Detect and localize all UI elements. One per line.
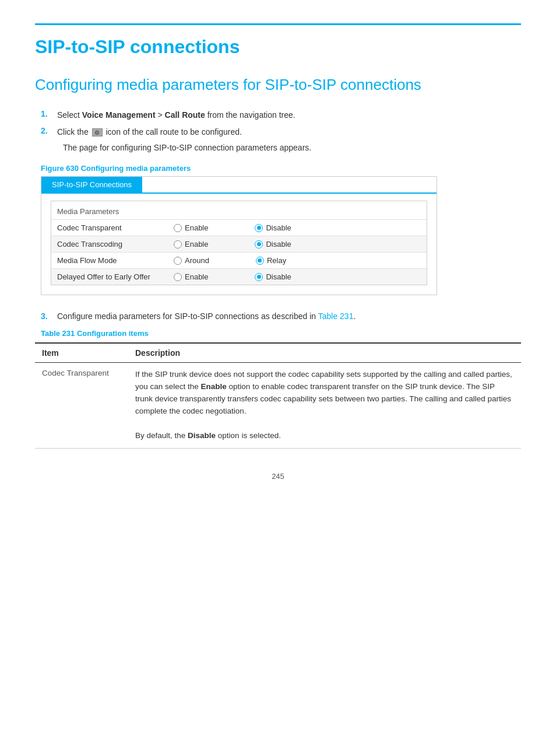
step-3-number: 3. <box>41 312 57 321</box>
page-number: 245 <box>35 472 521 481</box>
config-table: Item Description Codec Transparent If th… <box>35 342 521 449</box>
param-name-media-flow: Media Flow Mode <box>57 256 174 265</box>
step-1-text: Select Voice Management > Call Route fro… <box>57 109 295 121</box>
step-1-number: 1. <box>41 109 57 118</box>
radio-around-circle[interactable] <box>174 257 182 265</box>
codec-transcoding-disable[interactable]: Disable <box>255 240 291 249</box>
param-name-codec-transcoding: Codec Transcoding <box>57 240 174 249</box>
sip-connections-tab[interactable]: SIP-to-SIP Connections <box>41 177 142 192</box>
param-row-codec-transparent: Codec Transparent Enable Disable <box>51 219 427 236</box>
radio-delayed-disable-circle[interactable] <box>255 273 263 281</box>
disable-bold: Disable <box>188 431 216 440</box>
media-params-label: Media Parameters <box>51 207 427 219</box>
figure-caption: Figure 630 Configuring media parameters <box>35 164 521 173</box>
param-name-delayed-offer: Delayed Offer to Early Offer <box>57 272 174 281</box>
table-header-row: Item Description <box>35 343 521 363</box>
section-title: Configuring media parameters for SIP-to-… <box>35 75 521 95</box>
row-item-codec-transparent: Codec Transparent <box>35 363 128 449</box>
table-caption: Table 231 Configuration items <box>35 329 521 338</box>
codec-transparent-disable-label: Disable <box>266 223 291 232</box>
codec-transcoding-disable-label: Disable <box>266 240 291 249</box>
main-title: SIP-to-SIP connections <box>35 36 521 58</box>
step-2-text: Click the ⚙ icon of the call route to be… <box>57 126 242 138</box>
top-border <box>35 23 521 25</box>
step-3: 3. Configure media parameters for SIP-to… <box>35 312 521 321</box>
step-1: 1. Select Voice Management > Call Route … <box>41 109 521 121</box>
config-content: Media Parameters Codec Transparent Enabl… <box>41 192 437 295</box>
step-2: 2. Click the ⚙ icon of the call route to… <box>41 126 521 138</box>
media-flow-relay-label: Relay <box>267 256 286 265</box>
media-flow-around[interactable]: Around <box>174 256 209 265</box>
delayed-offer-disable-label: Disable <box>266 272 291 281</box>
media-flow-relay[interactable]: Relay <box>256 256 286 265</box>
param-options-codec-transcoding: Enable Disable <box>174 240 291 249</box>
config-icon: ⚙ <box>92 128 103 136</box>
table-row: Codec Transparent If the SIP trunk devic… <box>35 363 521 449</box>
delayed-offer-enable[interactable]: Enable <box>174 272 208 281</box>
step-3-text: Configure media parameters for SIP-to-SI… <box>57 312 356 321</box>
radio-relay-circle[interactable] <box>256 257 264 265</box>
figure-config-box: SIP-to-SIP Connections Media Parameters … <box>41 176 437 295</box>
codec-transparent-disable[interactable]: Disable <box>255 223 291 232</box>
step-2-number: 2. <box>41 126 57 135</box>
radio-delayed-enable-circle[interactable] <box>174 273 182 281</box>
radio-enable-circle[interactable] <box>174 224 182 232</box>
codec-transparent-enable[interactable]: Enable <box>174 223 208 232</box>
media-params-section: Media Parameters Codec Transparent Enabl… <box>51 201 427 285</box>
param-name-codec-transparent: Codec Transparent <box>57 223 174 232</box>
row-desc-codec-transparent: If the SIP trunk device does not support… <box>128 363 521 449</box>
col-header-item: Item <box>35 343 128 363</box>
delayed-offer-disable[interactable]: Disable <box>255 272 291 281</box>
param-options-media-flow: Around Relay <box>174 256 286 265</box>
param-row-delayed-offer: Delayed Offer to Early Offer Enable Disa… <box>51 268 427 285</box>
step-2-sub: The page for configuring SIP-to-SIP conn… <box>41 143 521 152</box>
media-flow-around-label: Around <box>185 256 209 265</box>
radio-transcoding-enable-circle[interactable] <box>174 240 182 249</box>
codec-transparent-enable-label: Enable <box>185 223 208 232</box>
delayed-offer-enable-label: Enable <box>185 272 208 281</box>
codec-transcoding-enable-label: Enable <box>185 240 208 249</box>
codec-transcoding-enable[interactable]: Enable <box>174 240 208 249</box>
param-options-delayed-offer: Enable Disable <box>174 272 291 281</box>
steps-list: 1. Select Voice Management > Call Route … <box>35 109 521 152</box>
param-options-codec-transparent: Enable Disable <box>174 223 291 232</box>
param-row-codec-transcoding: Codec Transcoding Enable Disable <box>51 236 427 252</box>
radio-transcoding-disable-circle[interactable] <box>255 240 263 249</box>
table-231-link[interactable]: Table 231 <box>318 312 354 321</box>
param-row-media-flow: Media Flow Mode Around Relay <box>51 252 427 268</box>
radio-disable-circle[interactable] <box>255 224 263 232</box>
col-header-description: Description <box>128 343 521 363</box>
enable-bold: Enable <box>201 382 227 391</box>
